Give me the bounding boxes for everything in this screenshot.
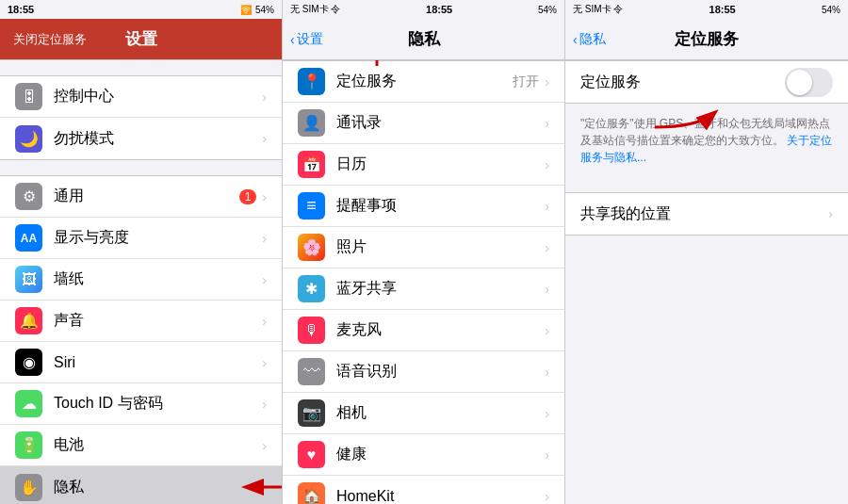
microphone-icon: 🎙 xyxy=(298,317,325,344)
section-1: 🎛 控制中心 › 🌙 勿扰模式 › xyxy=(0,75,282,160)
calendar-icon: 📅 xyxy=(298,151,325,178)
back-chevron-icon: ‹ xyxy=(290,32,295,47)
settings-item-touchid[interactable]: ☁ Touch ID 与密码 › xyxy=(0,383,282,425)
privacy-item-bluetooth[interactable]: ✱ 蓝牙共享 › xyxy=(283,268,564,310)
toggle-track[interactable] xyxy=(785,68,833,97)
wifi-icon: 🛜 xyxy=(240,5,252,15)
settings-list: 🎛 控制中心 › 🌙 勿扰模式 › ⚙ 通用 1 › xyxy=(0,60,282,504)
back-to-settings-button[interactable]: ‹ 设置 xyxy=(290,31,323,48)
time-left: 18:55 xyxy=(8,4,34,15)
privacy-item-camera[interactable]: 📷 相机 › xyxy=(283,393,564,434)
status-icons-right: 54% xyxy=(822,5,840,15)
sound-icon: 🔔 xyxy=(15,307,42,334)
settings-title: 设置 xyxy=(125,28,157,50)
toggle-knob xyxy=(787,70,812,95)
privacy-item-homekit[interactable]: 🏠 HomeKit › xyxy=(283,476,564,504)
siri-icon: ◉ xyxy=(15,349,42,376)
privacy-item-reminders[interactable]: ≡ 提醒事项 › xyxy=(283,186,564,227)
location-icon: 📍 xyxy=(298,68,325,95)
contacts-icon: 👤 xyxy=(298,109,325,137)
privacy-section: 📍 定位服务 打开 › 👤 通讯录 › xyxy=(283,60,564,504)
settings-item-general[interactable]: ⚙ 通用 1 › xyxy=(0,176,282,218)
battery-pct-right: 54% xyxy=(822,5,840,15)
status-icons-left: 🛜 54% xyxy=(240,5,274,15)
location-services-panel: 无 SIM卡 令 18:55 54% ‹ 隐私 定位服务 定位服务 xyxy=(565,0,848,504)
nav-bar-mid: ‹ 设置 隐私 xyxy=(283,19,564,60)
settings-item-do-not-disturb[interactable]: 🌙 勿扰模式 › xyxy=(0,118,282,159)
share-location-section: 共享我的位置 › xyxy=(565,192,848,236)
privacy-panel: 无 SIM卡 令 18:55 54% ‹ 设置 隐私 📍 定位服务 打开 › xyxy=(283,0,565,504)
speech-icon: 〰 xyxy=(298,358,325,385)
section-2: ⚙ 通用 1 › AA 显示与亮度 › 🖼 墙纸 › 🔔 声音 xyxy=(0,175,282,504)
display-icon: AA xyxy=(15,224,42,252)
privacy-item-health[interactable]: ♥ 健康 › xyxy=(283,434,564,476)
privacy-item-photos[interactable]: 🌸 照片 › xyxy=(283,227,564,268)
location-toggle[interactable] xyxy=(785,68,833,97)
do-not-disturb-icon: 🌙 xyxy=(15,125,42,153)
settings-item-wallpaper[interactable]: 🖼 墙纸 › xyxy=(0,259,282,301)
settings-item-battery[interactable]: 🔋 电池 › xyxy=(0,425,282,466)
share-location-label: 共享我的位置 xyxy=(580,204,828,224)
privacy-icon: ✋ xyxy=(15,474,42,501)
status-bar-right: 无 SIM卡 令 18:55 54% xyxy=(565,0,848,19)
privacy-item-location[interactable]: 📍 定位服务 打开 › xyxy=(283,61,564,103)
location-toggle-section: 定位服务 xyxy=(565,60,848,104)
location-services-title: 定位服务 xyxy=(675,28,739,50)
status-bar-left: 18:55 🛜 54% xyxy=(0,0,282,19)
location-toggle-item: 定位服务 xyxy=(565,61,848,103)
reminders-icon: ≡ xyxy=(298,192,325,219)
privacy-title: 隐私 xyxy=(408,28,440,50)
battery-icon: 🔋 xyxy=(15,431,42,459)
time-right: 18:55 xyxy=(709,4,736,15)
general-icon: ⚙ xyxy=(15,183,42,210)
control-center-icon: 🎛 xyxy=(15,83,42,110)
health-icon: ♥ xyxy=(298,441,325,468)
location-services-content: 定位服务 "定位服务"使用 GPS、蓝牙和众包无线局域网热点及基站信号描位置来确… xyxy=(565,60,848,504)
back-chevron-right-icon: ‹ xyxy=(573,32,578,47)
settings-item-siri[interactable]: ◉ Siri › xyxy=(0,342,282,383)
settings-panel: 18:55 🛜 54% 关闭定位服务 设置 🎛 控制中心 › 🌙 xyxy=(0,0,283,504)
wallpaper-icon: 🖼 xyxy=(15,266,42,293)
battery-text-left: 54% xyxy=(255,5,274,15)
camera-icon: 📷 xyxy=(298,399,325,427)
settings-item-privacy[interactable]: ✋ 隐私 › xyxy=(0,466,282,504)
time-mid: 18:55 xyxy=(426,4,452,15)
status-icons-mid: 54% xyxy=(538,5,557,15)
nav-bar-right: ‹ 隐私 定位服务 xyxy=(565,19,848,60)
photos-icon: 🌸 xyxy=(298,234,325,261)
settings-item-control-center[interactable]: 🎛 控制中心 › xyxy=(0,76,282,118)
battery-pct-mid: 54% xyxy=(538,5,557,15)
settings-item-display[interactable]: AA 显示与亮度 › xyxy=(0,218,282,259)
privacy-list: 📍 定位服务 打开 › 👤 通讯录 › xyxy=(283,60,564,504)
sim-right: 无 SIM卡 令 xyxy=(573,3,623,16)
status-bar-mid: 无 SIM卡 令 18:55 54% xyxy=(283,0,564,19)
back-to-privacy-button[interactable]: ‹ 隐私 xyxy=(573,31,606,48)
privacy-item-calendar[interactable]: 📅 日历 › xyxy=(283,144,564,186)
touchid-icon: ☁ xyxy=(15,390,42,417)
privacy-item-speech[interactable]: 〰 语音识别 › xyxy=(283,351,564,393)
bluetooth-icon: ✱ xyxy=(298,275,325,302)
privacy-item-contacts[interactable]: 👤 通讯录 › xyxy=(283,103,564,144)
sim-mid: 无 SIM卡 令 xyxy=(290,3,340,16)
privacy-item-microphone[interactable]: 🎙 麦克风 › xyxy=(283,310,564,351)
share-location-item[interactable]: 共享我的位置 › xyxy=(565,193,848,235)
close-location-button[interactable]: 关闭定位服务 xyxy=(8,29,92,50)
location-description: "定位服务"使用 GPS、蓝牙和众包无线局域网热点及基站信号描位置来确定您的大致… xyxy=(565,104,848,177)
nav-bar-left: 关闭定位服务 设置 xyxy=(0,19,282,60)
share-location-chevron: › xyxy=(828,206,833,221)
settings-item-sound[interactable]: 🔔 声音 › xyxy=(0,301,282,342)
homekit-icon: 🏠 xyxy=(298,482,325,504)
